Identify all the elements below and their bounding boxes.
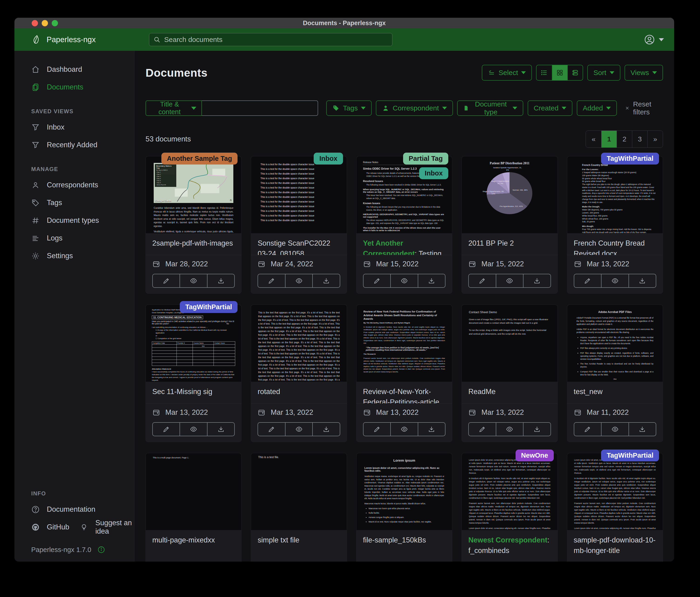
document-thumbnail[interactable]: Lorem ipsumLorem ipsum dolor sit amet, c… (356, 453, 452, 530)
filter-text-input[interactable] (202, 100, 318, 116)
tag-badge[interactable]: Another Sample Tag (161, 152, 238, 165)
document-title[interactable]: sample-pdf-download-10-mb-longer-title (567, 530, 663, 562)
sidebar-item-github[interactable]: GitHub (15, 518, 69, 536)
download-button[interactable] (312, 274, 340, 288)
search-input[interactable] (164, 35, 388, 44)
document-thumbnail[interactable]: Application for Medical Staff MembersGoo… (146, 305, 241, 382)
tag-badge[interactable]: TagWithPartial (180, 301, 238, 313)
correspondent-link[interactable]: Newest Correspondent (468, 536, 547, 544)
edit-button[interactable] (468, 422, 496, 436)
document-thumbnail[interactable]: Lorem ipsum dolor sit amet, consectetur … (462, 453, 557, 530)
filter-document-type-button[interactable]: Document type (457, 100, 524, 116)
pagination-page-1[interactable]: 1 (601, 131, 617, 147)
document-thumbnail[interactable]: This is a multi page document. Page 1. (146, 453, 241, 530)
document-title[interactable]: Sec 11-Missing sig (146, 382, 241, 403)
filter-correspondent-button[interactable]: Correspondent (376, 100, 453, 116)
download-button[interactable] (523, 274, 551, 288)
filter-added-button[interactable]: Added (577, 100, 617, 116)
reset-filters-button[interactable]: Reset filters (625, 100, 663, 116)
edit-button[interactable] (363, 274, 391, 288)
zoom-button[interactable] (52, 20, 58, 26)
document-title[interactable]: Yet Another Correspondent: Testing Email (356, 233, 452, 255)
sort-button[interactable]: Sort (587, 65, 620, 80)
edit-button[interactable] (574, 422, 601, 436)
edit-button[interactable] (574, 274, 601, 288)
download-button[interactable] (628, 422, 656, 436)
list-view-button[interactable] (536, 65, 552, 80)
document-thumbnail[interactable]: Lorem ipsum dolor sit amet, consectetur … (567, 453, 663, 530)
select-button[interactable]: Select (482, 65, 532, 80)
filter-field-button[interactable]: Title & content (146, 100, 202, 116)
tag-badge[interactable]: Inbox (419, 167, 448, 179)
app-brand[interactable]: Paperless-ngx (15, 34, 134, 45)
edit-button[interactable] (257, 422, 285, 436)
pagination-next[interactable]: » (647, 131, 663, 147)
grid-view-button[interactable] (552, 65, 567, 80)
document-thumbnail[interactable]: Contact Sheet DemoGiven a set of image f… (462, 305, 557, 382)
user-menu[interactable] (644, 34, 664, 45)
view-button[interactable] (390, 274, 418, 288)
download-button[interactable] (418, 274, 446, 288)
document-title[interactable]: test_new (567, 382, 663, 403)
edit-button[interactable] (363, 422, 391, 436)
close-button[interactable] (32, 20, 38, 26)
sidebar-item-tags[interactable]: Tags (15, 194, 134, 212)
download-button[interactable] (628, 274, 656, 288)
sidebar-item-correspondents[interactable]: Correspondents (15, 176, 134, 194)
document-thumbnail[interactable]: French Country BreadFor the Leaven:1 hea… (567, 157, 663, 233)
sidebar-item-documents[interactable]: Documents (15, 78, 134, 96)
download-button[interactable] (207, 274, 235, 288)
view-button[interactable] (285, 422, 313, 436)
document-thumbnail[interactable]: This is the text that appears on the fir… (251, 305, 347, 382)
download-button[interactable] (207, 422, 235, 436)
document-title[interactable]: Newest Correspondent: f_combineds (462, 530, 557, 562)
global-search[interactable] (149, 33, 392, 46)
tag-badge[interactable]: NewOne (516, 450, 554, 461)
sidebar-item-settings[interactable]: Settings (15, 247, 134, 265)
sidebar-item-inbox[interactable]: Inbox (15, 118, 134, 136)
sidebar-item-recently-added[interactable]: Recently Added (15, 136, 134, 154)
edit-button[interactable] (152, 274, 180, 288)
document-title[interactable]: Sonstige ScanPC2022 03-24_081058 (251, 233, 347, 255)
view-button[interactable] (496, 422, 524, 436)
correspondent-link[interactable]: Yet Another Correspondent (363, 239, 415, 255)
document-thumbnail[interactable]: Patient BP Distribution 2011 Isolated Sy… (462, 157, 557, 233)
edit-button[interactable] (468, 274, 496, 288)
views-button[interactable]: Views (625, 65, 663, 80)
document-title[interactable]: Review-of-New-York-Federal-Petitions-art… (356, 382, 452, 403)
pagination-prev[interactable]: « (586, 131, 601, 147)
view-button[interactable] (601, 274, 629, 288)
download-button[interactable] (418, 422, 446, 436)
edit-button[interactable] (152, 422, 180, 436)
view-button[interactable] (285, 274, 313, 288)
tag-badge[interactable]: TagWithPartial (601, 450, 659, 461)
document-thumbnail[interactable]: Adobe Acrobat PDF FilesAdobe® Portable D… (567, 305, 663, 382)
document-title[interactable]: simple txt file (251, 530, 347, 562)
document-title[interactable]: French Country Bread Revised.docx (567, 233, 663, 255)
document-thumbnail[interactable]: This is a test file. (251, 453, 347, 530)
document-title[interactable]: 2sample-pdf-with-images (146, 233, 241, 255)
document-title[interactable]: 2011 BP Pie 2 (462, 233, 557, 255)
download-button[interactable] (523, 422, 551, 436)
pagination-page-2[interactable]: 2 (617, 131, 632, 147)
document-thumbnail[interactable]: Boundary Waters Trip Six days in BWCA • … (146, 157, 241, 233)
document-thumbnail[interactable]: Review of New York Federal Petitions for… (356, 305, 452, 382)
sidebar-item-dashboard[interactable]: Dashboard (15, 61, 134, 78)
document-title[interactable]: file-sample_150kBs (356, 530, 452, 562)
tag-badge[interactable]: TagWithPartial (601, 152, 659, 165)
view-button[interactable] (601, 422, 629, 436)
document-thumbnail[interactable]: This is a test for the double space char… (251, 157, 347, 233)
sidebar-item-suggest-idea[interactable]: Suggest an idea (69, 518, 134, 536)
edit-button[interactable] (257, 274, 285, 288)
info-circle-icon[interactable] (97, 546, 105, 554)
document-title[interactable]: ReadMe (462, 382, 557, 403)
document-title[interactable]: multi-page-mixedxx (146, 530, 241, 562)
sidebar-item-documentation[interactable]: Documentation (15, 501, 134, 518)
pagination-page-3[interactable]: 3 (632, 131, 647, 147)
filter-created-button[interactable]: Created (528, 100, 573, 116)
filter-tags-button[interactable]: Tags (326, 100, 372, 116)
tag-badge[interactable]: Partial Tag (403, 152, 448, 165)
sidebar-item-logs[interactable]: Logs (15, 229, 134, 247)
view-button[interactable] (179, 274, 207, 288)
minimize-button[interactable] (42, 20, 48, 26)
